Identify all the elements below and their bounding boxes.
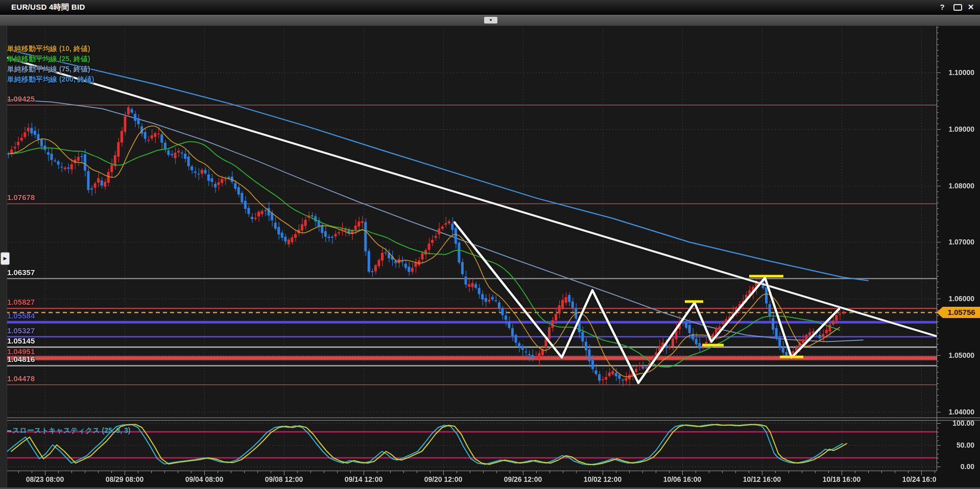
maximize-icon xyxy=(953,4,962,11)
maximize-button[interactable] xyxy=(951,2,964,12)
price-level-label: 1.05827 xyxy=(7,298,35,306)
price-axis-label: 1.10000 xyxy=(939,68,974,77)
time-axis-label: 09/08 12:00 xyxy=(256,475,312,483)
price-level-label: 1.05584 xyxy=(7,311,35,320)
time-axis-label: 10/18 16:00 xyxy=(814,475,870,483)
price-level-label: 1.05145 xyxy=(7,336,35,345)
sidebar-expand-button[interactable]: ▶ xyxy=(1,252,10,265)
price-axis-label: 1.04000 xyxy=(939,408,974,416)
price-axis-label: 1.07000 xyxy=(939,238,974,246)
stochastic-axis-label: 50.00 xyxy=(939,441,974,449)
price-axis-label: 1.06000 xyxy=(939,295,974,303)
time-axis-label: 10/12 16:00 xyxy=(734,475,790,483)
time-axis-label: 10/02 12:00 xyxy=(575,475,631,483)
price-axis-label: 1.08000 xyxy=(939,182,974,190)
price-level-label: 1.04816 xyxy=(7,355,35,363)
time-axis-label: 09/20 12:00 xyxy=(415,475,471,483)
price-level-label: 1.07678 xyxy=(7,193,35,202)
panel-collapse-button[interactable]: ▼ xyxy=(484,17,497,23)
window-title: EUR/USD 4時間 BID xyxy=(11,3,85,12)
price-level-label: 1.06357 xyxy=(7,268,35,277)
price-level-label: 1.09425 xyxy=(7,94,35,103)
time-axis-label: 09/04 08:00 xyxy=(176,475,232,483)
close-button[interactable]: ✕ xyxy=(965,2,977,12)
title-bar[interactable]: EUR/USD 4時間 BID ? ✕ xyxy=(0,0,980,15)
time-axis-label: 10/24 16:00 xyxy=(893,475,937,483)
stochastic-axis-label: 0.00 xyxy=(939,462,974,471)
chart-window: EUR/USD 4時間 BID ? ✕ ▼ ▶ 単純移動平均線 (10, 終値)… xyxy=(0,0,980,489)
time-axis-label: 09/26 12:00 xyxy=(495,475,551,483)
price-axis-label: 1.05000 xyxy=(939,351,974,359)
price-level-label: 1.04478 xyxy=(7,374,35,383)
stochastic-axis-label: 100.00 xyxy=(939,419,974,427)
time-axis-label: 09/14 12:00 xyxy=(336,475,392,483)
time-axis-label: 08/23 08:00 xyxy=(17,475,73,483)
price-level-label: 1.05327 xyxy=(7,326,35,335)
toolbar-strip: ▼ xyxy=(0,15,980,26)
legend-sma10: 単純移動平均線 (10, 終値) xyxy=(7,44,90,54)
legend-sma25: 単純移動平均線 (25, 終値) xyxy=(7,55,90,64)
time-axis-label: 10/06 16:00 xyxy=(654,475,710,483)
stochastic-label: スローストキャスティクス (25, 3, 3) xyxy=(12,426,131,435)
legend-sma75: 単純移動平均線 (75, 終値) xyxy=(7,65,90,74)
chart-surface[interactable] xyxy=(0,0,980,489)
current-price-badge: 1.05756 xyxy=(943,307,980,318)
time-axis-label: 08/29 08:00 xyxy=(97,475,153,483)
time-axis[interactable]: 08/23 08:0008/29 08:0009/04 08:0009/08 1… xyxy=(0,475,937,487)
legend-sma200: 単純移動平均線 (200, 終値) xyxy=(7,75,94,84)
price-axis-label: 1.09000 xyxy=(939,125,974,133)
help-button[interactable]: ? xyxy=(936,2,948,12)
